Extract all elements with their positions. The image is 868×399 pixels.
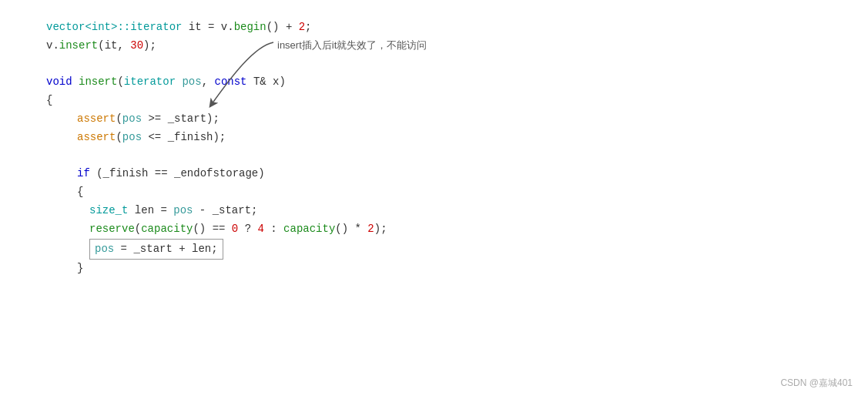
token-insert-call: insert: [59, 37, 98, 55]
code-line-1: vector<int>::iterator it = v.begin() + 2…: [46, 18, 837, 37]
highlighted-statement: pos = _start + len;: [89, 239, 223, 260]
code-line-6: assert(pos >= _start);: [46, 110, 837, 129]
code-line-4: void insert(iterator pos, const T& x): [46, 73, 837, 92]
code-container: vector<int>::iterator it = v.begin() + 2…: [0, 0, 868, 297]
annotation: insert插入后it就失效了，不能访问: [277, 37, 427, 54]
code-line-2: v.insert(it, 30);: [46, 37, 837, 55]
code-line-5: {: [46, 92, 837, 110]
annotation-text: insert插入后it就失效了，不能访问: [277, 39, 427, 51]
token-begin: begin: [234, 18, 266, 37]
code-line-11: size_t len = pos - _start;: [46, 202, 837, 220]
token-reserve: reserve: [89, 220, 135, 239]
code-line-9: if (_finish == _endofstorage): [46, 165, 837, 183]
code-line-3: [46, 55, 837, 74]
token-assert-2: assert: [77, 129, 116, 147]
code-line-7: assert(pos <= _finish);: [46, 129, 837, 147]
code-line-13: pos = _start + len;: [46, 239, 837, 260]
code-line-8: [46, 147, 837, 166]
token-insert-fn: insert: [79, 73, 117, 92]
code-line-14: }: [46, 260, 837, 278]
token-assert-1: assert: [77, 110, 116, 129]
watermark: CSDN @嘉城401: [780, 377, 853, 390]
token-vector: vector<int>::iterator: [46, 18, 182, 37]
code-line-10: {: [46, 183, 837, 202]
code-line-12: reserve(capacity() == 0 ? 4 : capacity()…: [46, 220, 837, 239]
